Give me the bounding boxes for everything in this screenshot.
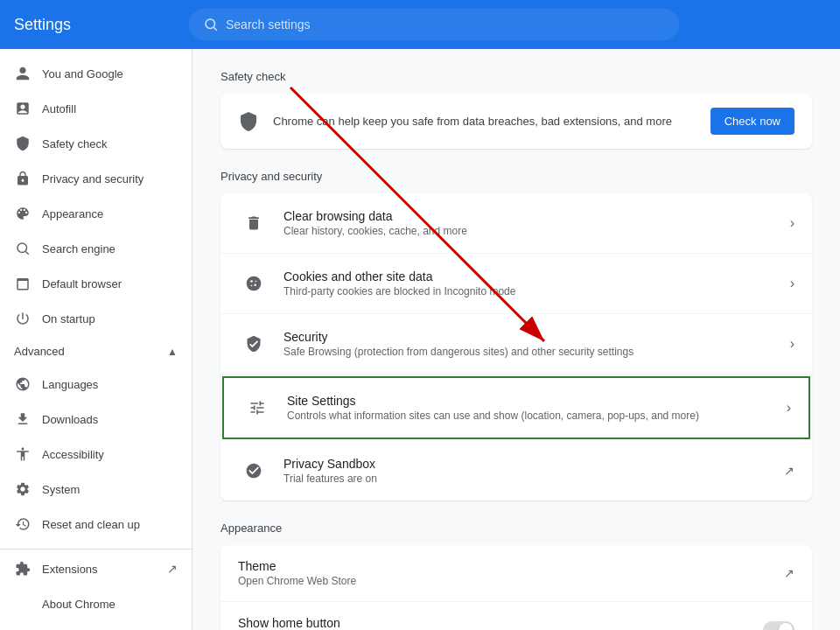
sidebar: You and Google Autofill Safety check Pri… (0, 49, 192, 630)
sidebar-item-search-engine[interactable]: Search engine (0, 231, 192, 266)
security-text: Security Safe Browsing (protection from … (284, 330, 790, 358)
site-settings-text: Site Settings Controls what information … (287, 394, 787, 422)
chevron-right-icon-4: › (787, 400, 791, 416)
show-home-button-title: Show home button (238, 616, 763, 630)
clear-browsing-text: Clear browsing data Clear history, cooki… (284, 209, 790, 237)
svg-point-2 (18, 243, 27, 253)
sidebar-item-safety-check[interactable]: Safety check (0, 126, 192, 161)
site-settings-item[interactable]: Site Settings Controls what information … (222, 376, 810, 439)
power-icon (14, 310, 32, 327)
sidebar-item-privacy-security[interactable]: Privacy and security (0, 161, 192, 196)
sidebar-item-on-startup[interactable]: On startup (0, 301, 192, 336)
privacy-sandbox-item[interactable]: Privacy Sandbox Trial features are on ↗ (220, 441, 812, 500)
main-content: Safety check Chrome can help keep you sa… (192, 49, 840, 630)
sidebar-label-privacy: Privacy and security (42, 172, 144, 186)
theme-text: Theme Open Chrome Web Store (238, 559, 784, 587)
palette-icon (14, 205, 32, 222)
settings-title: Settings (14, 16, 189, 34)
chevron-up-icon: ▲ (167, 346, 178, 358)
show-home-button-text: Show home button Disabled (238, 616, 763, 630)
site-settings-title: Site Settings (287, 394, 787, 408)
external-link-icon-3: ↗ (784, 566, 794, 580)
browser-icon (14, 275, 32, 292)
svg-point-6 (254, 284, 256, 286)
sidebar-label-appearance: Appearance (42, 207, 103, 220)
shield-icon (14, 135, 32, 152)
security-desc: Safe Browsing (protection from dangerous… (284, 346, 790, 358)
svg-point-8 (256, 281, 257, 283)
sidebar-item-default-browser[interactable]: Default browser (0, 266, 192, 301)
sidebar-label-on-startup: On startup (42, 312, 95, 326)
svg-line-1 (214, 27, 216, 30)
privacy-security-card: Clear browsing data Clear history, cooki… (220, 193, 812, 500)
safety-check-description: Chrome can help keep you safe from data … (273, 115, 672, 128)
privacy-sandbox-title: Privacy Sandbox (284, 457, 784, 471)
clear-browsing-desc: Clear history, cookies, cache, and more (284, 225, 790, 237)
svg-line-3 (25, 251, 28, 254)
sidebar-label-reset-cleanup: Reset and clean up (42, 518, 140, 531)
sidebar-label-about-chrome: About Chrome (42, 598, 116, 611)
sidebar-item-autofill[interactable]: Autofill (0, 91, 192, 126)
search-engine-icon (14, 240, 32, 257)
shield-check-icon (238, 328, 270, 360)
clear-browsing-item[interactable]: Clear browsing data Clear history, cooki… (220, 193, 812, 254)
sidebar-label-autofill: Autofill (42, 102, 76, 116)
safety-check-card: Chrome can help keep you safe from data … (220, 94, 812, 149)
sandbox-icon (238, 455, 270, 486)
history-icon (14, 515, 32, 533)
sidebar-item-languages[interactable]: Languages (0, 367, 192, 402)
theme-title: Theme (238, 559, 784, 573)
sidebar-label-accessibility: Accessibility (42, 448, 104, 461)
sidebar-label-downloads: Downloads (42, 413, 98, 426)
sidebar-label-you-and-google: You and Google (42, 67, 123, 80)
check-now-button[interactable]: Check now (710, 108, 794, 135)
privacy-security-section-title: Privacy and security (220, 170, 812, 183)
trash-icon (238, 207, 270, 239)
globe-icon (14, 375, 32, 393)
puzzle-icon (14, 560, 32, 578)
sidebar-item-downloads[interactable]: Downloads (0, 402, 192, 437)
safety-shield-icon (238, 111, 259, 132)
chrome-icon (14, 595, 32, 612)
advanced-section-header[interactable]: Advanced ▲ (0, 336, 192, 367)
privacy-sandbox-text: Privacy Sandbox Trial features are on (284, 457, 784, 485)
sliders-icon (242, 392, 273, 424)
search-input[interactable] (226, 18, 665, 32)
search-bar[interactable] (189, 9, 679, 40)
sidebar-item-you-and-google[interactable]: You and Google (0, 56, 192, 91)
svg-point-0 (206, 19, 215, 29)
sidebar-item-extensions[interactable]: Extensions ↗ (0, 549, 192, 586)
cookies-desc: Third-party cookies are blocked in Incog… (284, 285, 790, 298)
sidebar-label-system: System (42, 483, 80, 496)
header: Settings (0, 0, 840, 49)
sidebar-item-appearance[interactable]: Appearance (0, 196, 192, 231)
security-item[interactable]: Security Safe Browsing (protection from … (220, 314, 812, 374)
accessibility-icon (14, 445, 32, 463)
clear-browsing-title: Clear browsing data (284, 209, 790, 223)
safety-check-section-title: Safety check (220, 70, 812, 83)
sidebar-item-accessibility[interactable]: Accessibility (0, 437, 192, 472)
external-link-icon: ↗ (167, 562, 178, 576)
privacy-sandbox-desc: Trial features are on (284, 472, 784, 485)
lock-icon (14, 170, 32, 187)
cookies-title: Cookies and other site data (284, 270, 790, 284)
search-icon (203, 17, 219, 32)
download-icon (14, 410, 32, 428)
sidebar-item-reset-cleanup[interactable]: Reset and clean up (0, 507, 192, 542)
show-home-button-item[interactable]: Show home button Disabled (220, 602, 812, 630)
show-home-button-toggle[interactable] (763, 621, 794, 630)
svg-point-7 (251, 285, 253, 287)
sidebar-item-system[interactable]: System (0, 472, 192, 507)
cookies-item[interactable]: Cookies and other site data Third-party … (220, 254, 812, 314)
autofill-icon (14, 100, 32, 117)
svg-point-4 (247, 276, 262, 291)
advanced-label: Advanced (14, 345, 65, 358)
chevron-right-icon-2: › (790, 276, 794, 291)
appearance-section-title: Appearance (220, 522, 812, 535)
site-settings-desc: Controls what information sites can use … (287, 410, 787, 422)
appearance-card: Theme Open Chrome Web Store ↗ Show home … (220, 545, 812, 630)
sidebar-item-about-chrome[interactable]: About Chrome (0, 586, 192, 621)
sidebar-label-languages: Languages (42, 378, 98, 391)
theme-item[interactable]: Theme Open Chrome Web Store ↗ (220, 545, 812, 602)
chevron-right-icon: › (790, 215, 794, 231)
